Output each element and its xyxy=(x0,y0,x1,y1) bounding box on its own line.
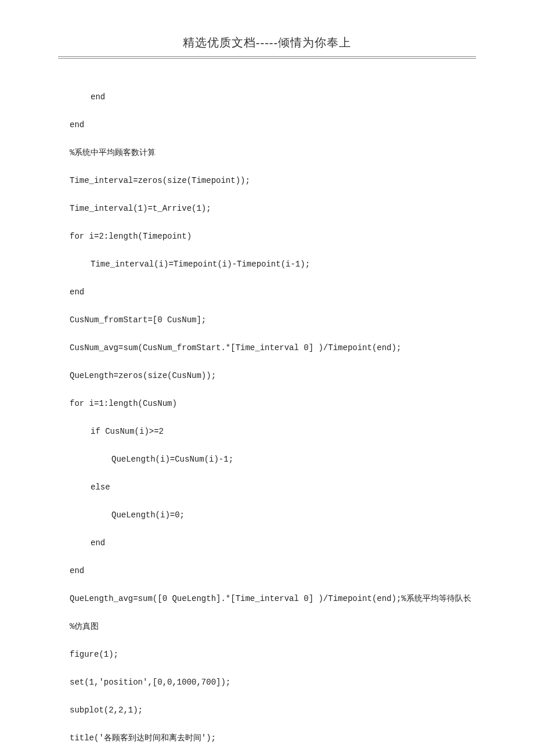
code-line: QueLength_avg=sum([0 QueLength].*[Time_i… xyxy=(70,592,476,606)
code-line: CusNum_avg=sum(CusNum_fromStart.*[Time_i… xyxy=(70,341,476,355)
code-line: else xyxy=(70,480,476,494)
document-page: 精选优质文档-----倾情为你奉上 end end %系统中平均顾客数计算 Ti… xyxy=(0,0,534,756)
code-line: figure(1); xyxy=(70,647,476,661)
code-line: CusNum_fromStart=[0 CusNum]; xyxy=(70,313,476,327)
code-line: %系统中平均顾客数计算 xyxy=(70,146,476,160)
code-block: end end %系统中平均顾客数计算 Time_interval=zeros(… xyxy=(58,76,476,756)
code-line: Time_interval=zeros(size(Timepoint)); xyxy=(70,174,476,188)
header-rule-2 xyxy=(58,58,476,59)
code-line: %仿真图 xyxy=(70,620,476,633)
code-line: QueLength(i)=CusNum(i)-1; xyxy=(70,452,476,466)
code-line: subplot(2,2,1); xyxy=(70,703,476,717)
code-line: end xyxy=(70,118,476,132)
code-line: QueLength=zeros(size(CusNum)); xyxy=(70,369,476,383)
code-line: QueLength(i)=0; xyxy=(70,508,476,522)
header-rule-1 xyxy=(58,56,476,57)
code-line: if CusNum(i)>=2 xyxy=(70,424,476,438)
code-line: Time_interval(i)=Timepoint(i)-Timepoint(… xyxy=(70,257,476,271)
code-line: title('各顾客到达时间和离去时间'); xyxy=(70,731,476,745)
page-header: 精选优质文档-----倾情为你奉上 xyxy=(58,35,476,56)
code-line: end xyxy=(70,285,476,299)
code-line: end xyxy=(70,564,476,578)
code-line: end xyxy=(70,90,476,104)
code-line: for i=2:length(Timepoint) xyxy=(70,229,476,243)
code-line: for i=1:length(CusNum) xyxy=(70,397,476,411)
code-line: Time_interval(1)=t_Arrive(1); xyxy=(70,201,476,215)
code-line: set(1,'position',[0,0,1000,700]); xyxy=(70,675,476,689)
code-line: end xyxy=(70,536,476,550)
